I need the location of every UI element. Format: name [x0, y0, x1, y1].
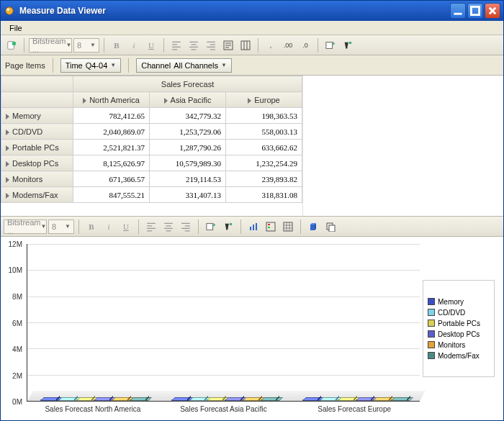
menu-file[interactable]: File [5, 22, 27, 34]
toolbar-separator [258, 38, 258, 53]
chart-gridlines-button[interactable] [280, 219, 296, 235]
legend-item[interactable]: Monitors [428, 341, 490, 349]
grid-cell[interactable]: 1,287,790.26 [150, 140, 226, 155]
grid-row-header[interactable]: Modems/Fax [1, 187, 73, 203]
table-row[interactable]: Monitors671,366.57219,114.53239,893.82 [1, 171, 302, 187]
grid-cell[interactable]: 318,831.08 [226, 187, 302, 203]
grid-row-header[interactable]: Desktop PCs [1, 155, 73, 171]
align-center-button[interactable] [161, 219, 176, 235]
grid-cell[interactable]: 2,040,869.07 [73, 124, 150, 140]
grid-cell[interactable]: 2,521,821.37 [73, 140, 150, 155]
italic-button[interactable]: i [101, 219, 117, 235]
grid-row-header[interactable]: Memory [1, 108, 73, 124]
chart-copy-button[interactable] [323, 219, 338, 235]
legend-swatch [428, 309, 435, 316]
table-row[interactable]: CD/DVD2,040,869.071,253,729.06558,003.13 [1, 124, 302, 140]
italic-button[interactable]: i [126, 37, 142, 53]
legend-item[interactable]: Modems/Fax [428, 352, 490, 360]
align-left-button[interactable] [143, 219, 159, 235]
chart-pane: 0M2M4M6M8M10M12M Sales Forecast North Am… [1, 237, 503, 420]
align-center-button[interactable] [186, 37, 202, 53]
chart-style-button[interactable] [220, 219, 236, 235]
legend-item[interactable]: Desktop PCs [428, 330, 490, 338]
grid-cell[interactable]: 1,232,254.29 [226, 155, 302, 171]
legend-label: Memory [438, 298, 464, 306]
grid-cell[interactable]: 198,363.53 [226, 108, 302, 124]
grid-corner[interactable] [1, 92, 73, 108]
legend-label: CD/DVD [438, 309, 465, 317]
chart-font-size-select[interactable]: 8▼ [48, 219, 74, 234]
grid-cell[interactable]: 331,407.13 [150, 187, 226, 203]
font-size-select[interactable]: 8▼ [73, 38, 99, 53]
increase-decimal-button[interactable]: .00 [280, 37, 296, 53]
grid-cell[interactable]: 782,412.65 [73, 108, 150, 124]
grid-cell[interactable]: 847,555.21 [73, 187, 150, 203]
grid-super-header[interactable]: Sales Forecast [73, 76, 302, 92]
svg-point-0 [6, 7, 14, 15]
grid-cell[interactable]: 10,579,989.30 [150, 155, 226, 171]
grid-cell[interactable]: 342,779.32 [150, 108, 226, 124]
svg-rect-3 [471, 6, 479, 14]
grid-cell[interactable]: 219,114.53 [150, 171, 226, 187]
grid-corner[interactable] [1, 76, 73, 92]
data-grid[interactable]: Sales Forecast North AmericaAsia Pacific… [1, 76, 303, 216]
chart-format-button[interactable] [203, 219, 219, 235]
table-row[interactable]: Memory782,412.65342,779.32198,363.53 [1, 108, 302, 124]
grid-column-header[interactable]: North America [73, 92, 150, 108]
bold-button[interactable]: B [84, 219, 99, 235]
toolbar-separator [24, 38, 24, 53]
table-row[interactable]: Desktop PCs8,125,626.9710,579,989.301,23… [1, 155, 302, 171]
grid-column-header[interactable]: Asia Pacific [150, 92, 226, 108]
grid-cell[interactable]: 633,662.62 [226, 140, 302, 155]
titlebar[interactable]: Measure Data Viewer [1, 1, 503, 21]
app-window: Measure Data Viewer File Bitstream ...▼ … [0, 0, 504, 421]
svg-point-1 [7, 9, 10, 12]
chart-legend-button[interactable] [263, 219, 279, 235]
decimal-button[interactable]: , [263, 37, 279, 53]
legend-item[interactable]: CD/DVD [428, 309, 490, 317]
bold-button[interactable]: B [109, 37, 125, 53]
grid-row-header[interactable]: Portable PCs [1, 140, 73, 155]
svg-rect-17 [268, 227, 270, 228]
grid-column-header[interactable]: Europe [226, 92, 302, 108]
align-left-button[interactable] [168, 37, 184, 53]
svg-rect-21 [329, 225, 335, 232]
legend-swatch [428, 320, 435, 327]
grid-row-header[interactable]: Monitors [1, 171, 73, 187]
grid-cell[interactable]: 8,125,626.97 [73, 155, 150, 171]
maximize-button[interactable] [467, 3, 483, 19]
chevron-down-icon: ▼ [90, 42, 96, 48]
table-row[interactable]: Modems/Fax847,555.21331,407.13318,831.08 [1, 187, 302, 203]
page-time-select[interactable]: Time Q4-04 ▼ [60, 58, 122, 73]
chart-font-name-select[interactable]: Bitstream ...▼ [4, 219, 47, 234]
wrap-button[interactable] [220, 37, 236, 53]
minimize-button[interactable] [450, 3, 466, 19]
grid-cell[interactable]: 239,893.82 [226, 171, 302, 187]
align-right-button[interactable] [178, 219, 194, 235]
chart-area[interactable]: 0M2M4M6M8M10M12M Sales Forecast North Am… [1, 237, 423, 420]
options-button[interactable] [4, 37, 19, 53]
format-dialog-button[interactable] [323, 37, 338, 53]
grid-cell[interactable]: 671,366.57 [73, 171, 150, 187]
close-button[interactable] [485, 3, 500, 19]
table-row[interactable]: Portable PCs2,521,821.371,287,790.26633,… [1, 140, 302, 155]
underline-button[interactable]: U [143, 37, 159, 53]
chevron-down-icon: ▼ [65, 223, 71, 230]
chart-type-bar-button[interactable] [246, 219, 261, 235]
legend-item[interactable]: Portable PCs [428, 320, 490, 327]
autofit-button[interactable] [238, 37, 253, 53]
decrease-decimal-button[interactable]: .0 [297, 37, 313, 53]
page-channel-select[interactable]: Channel All Channels ▼ [136, 58, 232, 73]
page-time-value: Q4-04 [86, 61, 108, 70]
underline-button[interactable]: U [118, 219, 134, 235]
legend-item[interactable]: Memory [428, 298, 490, 306]
chart-3d-button[interactable] [305, 219, 321, 235]
grid-row-header[interactable]: CD/DVD [1, 124, 73, 140]
align-right-button[interactable] [203, 37, 219, 53]
grid-cell[interactable]: 1,253,729.06 [150, 124, 226, 140]
toolbar-separator [78, 219, 79, 234]
y-tick-label: 8M [12, 292, 22, 300]
font-name-select[interactable]: Bitstream ...▼ [29, 38, 72, 53]
format-toolbar-button[interactable] [340, 37, 356, 53]
grid-cell[interactable]: 558,003.13 [226, 124, 302, 140]
